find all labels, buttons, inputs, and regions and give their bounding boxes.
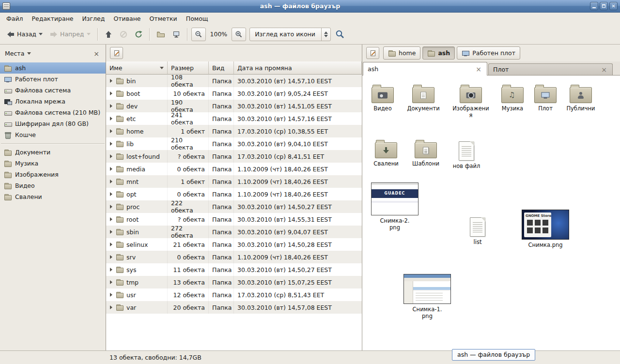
home-button[interactable] — [154, 28, 168, 41]
stop-button[interactable] — [117, 28, 130, 41]
zoom-in-button[interactable] — [232, 28, 246, 41]
location-toggle-button[interactable] — [110, 47, 123, 59]
breadcrumb-button[interactable]: home — [383, 46, 420, 60]
table-row[interactable]: var 20 обекта Папка 30.03.2010 (вт) 14,5… — [106, 301, 362, 314]
sidebar-item[interactable]: Локална мрежа — [0, 96, 106, 107]
icon-view-item[interactable]: list — [457, 214, 498, 246]
zoom-out-button[interactable] — [191, 28, 206, 41]
sidebar-item[interactable]: Музика — [0, 158, 106, 169]
icon-view-item[interactable]: Публични — [560, 83, 601, 112]
row-expander-icon[interactable] — [110, 255, 112, 259]
column-header-type[interactable]: Вид — [209, 61, 234, 75]
sidebar-item[interactable]: Шифриран дял (80 GB) — [0, 118, 106, 129]
row-expander-icon[interactable] — [110, 205, 112, 209]
table-row[interactable]: etc 241 обекта Папка 30.03.2010 (вт) 14,… — [106, 112, 362, 125]
tab[interactable]: ash × — [363, 62, 487, 76]
tab-close-icon[interactable]: × — [475, 66, 482, 73]
table-row[interactable]: proc 222 обекта Папка 30.03.2010 (вт) 14… — [106, 200, 362, 213]
table-row[interactable]: lost+found ? обекта Папка 17.03.2010 (ср… — [106, 150, 362, 163]
table-row[interactable]: usr 12 обекта Папка 17.03.2010 (ср) 8,51… — [106, 288, 362, 301]
icon-view-item[interactable]: Видео — [362, 83, 403, 112]
table-row[interactable]: root ? обекта Папка 30.03.2010 (вт) 14,5… — [106, 213, 362, 226]
menu-item[interactable]: Отиване — [109, 14, 145, 24]
row-expander-icon[interactable] — [110, 129, 112, 133]
row-expander-icon[interactable] — [110, 268, 112, 272]
row-expander-icon[interactable] — [110, 243, 112, 246]
row-expander-icon[interactable] — [110, 180, 112, 183]
tab[interactable]: Плот × — [488, 63, 613, 75]
titlebar[interactable]: ash — файлов браузър ✕ — [0, 0, 620, 13]
sidebar-item[interactable]: Документи — [0, 147, 106, 158]
table-row[interactable]: lib 210 обекта Папка 30.03.2010 (вт) 9,0… — [106, 137, 362, 150]
icon-view-item[interactable]: GNOME Store Снимка.png — [521, 210, 570, 249]
table-row[interactable]: dev 190 обекта Папка 30.03.2010 (вт) 14,… — [106, 100, 362, 112]
row-expander-icon[interactable] — [110, 91, 112, 95]
sidebar-item[interactable]: Работен плот — [0, 74, 106, 85]
column-header-name[interactable]: Име — [106, 61, 168, 75]
sidebar-item[interactable]: Свалени — [0, 191, 106, 202]
location-toggle-button[interactable] — [366, 47, 379, 59]
view-mode-select[interactable]: Изглед като икони — [249, 28, 331, 41]
table-row[interactable]: home 1 обект Папка 17.03.2010 (ср) 10,38… — [106, 125, 362, 137]
sidebar-item[interactable]: Кошче — [0, 129, 106, 140]
row-expander-icon[interactable] — [110, 154, 112, 158]
row-expander-icon[interactable] — [110, 230, 112, 234]
sidebar-item[interactable]: Изображения — [0, 169, 106, 180]
maximize-button[interactable] — [600, 2, 608, 10]
row-expander-icon[interactable] — [110, 167, 112, 171]
table-row[interactable]: sys 11 обекта Папка 30.03.2010 (вт) 14,5… — [106, 263, 362, 276]
icon-view-item[interactable]: Плот — [525, 83, 566, 112]
icon-view-item[interactable]: Свалени — [366, 138, 406, 167]
table-row[interactable]: srv 0 обекта Папка 1.10.2009 (чт) 18,40,… — [106, 251, 362, 263]
row-expander-icon[interactable] — [110, 280, 112, 284]
table-row[interactable]: sbin 272 обекта Папка 30.03.2010 (вт) 9,… — [106, 226, 362, 238]
reload-button[interactable] — [132, 28, 145, 41]
row-expander-icon[interactable] — [110, 293, 112, 297]
places-title: Места — [5, 50, 24, 57]
tab-close-icon[interactable]: × — [600, 66, 608, 73]
computer-button[interactable] — [170, 28, 183, 41]
icon-view-item[interactable]: Документи — [403, 83, 444, 112]
row-expander-icon[interactable] — [110, 192, 112, 196]
icon-view-item[interactable]: GUADEC Снимка-2.png — [371, 182, 419, 231]
menu-item[interactable]: Помощ — [182, 14, 213, 24]
back-button[interactable]: Назад — [4, 28, 46, 41]
row-expander-icon[interactable] — [110, 142, 112, 146]
table-row[interactable]: selinux 21 обекта Папка 30.03.2010 (вт) … — [106, 238, 362, 251]
row-expander-icon[interactable] — [110, 104, 112, 108]
table-row[interactable]: opt 0 обекта Папка 1.10.2009 (чт) 18,40,… — [106, 188, 362, 200]
table-row[interactable]: media 0 обекта Папка 1.10.2009 (чт) 18,4… — [106, 163, 362, 175]
menu-item[interactable]: Файл — [2, 14, 28, 24]
column-header-date[interactable]: Дата на промяна — [234, 61, 362, 75]
row-expander-icon[interactable] — [110, 79, 112, 83]
window-icon[interactable] — [2, 2, 10, 10]
search-button[interactable] — [332, 27, 348, 42]
up-button[interactable] — [102, 28, 115, 41]
column-header-size[interactable]: Размер — [168, 61, 209, 75]
table-row[interactable]: bin 108 обекта Папка 30.03.2010 (вт) 14,… — [106, 75, 362, 87]
menu-item[interactable]: Редактиране — [28, 14, 78, 24]
menu-item[interactable]: Отметки — [145, 14, 182, 24]
row-expander-icon[interactable] — [110, 117, 112, 121]
places-close-button[interactable]: × — [92, 50, 101, 58]
icon-view-item[interactable]: Шаблони — [405, 138, 446, 167]
sidebar-item[interactable]: ash — [0, 62, 106, 74]
row-expander-icon[interactable] — [110, 217, 112, 221]
breadcrumb-button[interactable]: ash — [422, 46, 455, 60]
sidebar-item[interactable]: Файлова система — [0, 85, 106, 96]
table-row[interactable]: mnt 1 обект Папка 1.10.2009 (чт) 18,40,2… — [106, 175, 362, 188]
close-button[interactable]: ✕ — [609, 2, 618, 10]
icon-view-item[interactable]: Снимка-1.png — [403, 274, 451, 320]
places-header[interactable]: Места × — [0, 45, 106, 62]
table-row[interactable]: tmp 13 обекта Папка 30.03.2010 (вт) 15,0… — [106, 276, 362, 288]
forward-button[interactable]: Напред — [47, 28, 93, 41]
breadcrumb-button[interactable]: Работен плот — [457, 46, 520, 60]
table-row[interactable]: boot 10 обекта Папка 30.03.2010 (вт) 9,0… — [106, 87, 362, 100]
sidebar-item[interactable]: Файлова система (210 MB) — [0, 107, 106, 118]
sidebar-item[interactable]: Видео — [0, 180, 106, 191]
icon-view-item[interactable]: нов файл — [446, 138, 487, 170]
row-expander-icon[interactable] — [110, 305, 112, 309]
minimize-button[interactable] — [590, 2, 598, 10]
icon-view-item[interactable]: Изображения — [450, 83, 492, 119]
menu-item[interactable]: Изглед — [78, 14, 109, 24]
